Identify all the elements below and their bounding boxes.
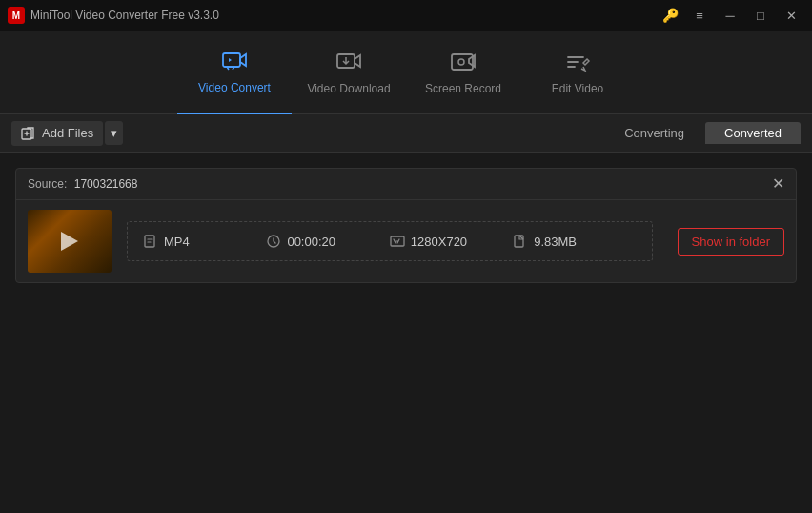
title-bar: M MiniTool Video Converter Free v3.3.0 🔑… <box>0 0 812 31</box>
duration-detail: 00:00:20 <box>266 234 389 249</box>
maximize-button[interactable]: □ <box>747 4 774 27</box>
tab-converted[interactable]: Converted <box>705 122 801 144</box>
video-thumbnail <box>28 210 112 273</box>
thumbnail-image <box>28 210 112 273</box>
nav-item-video-convert[interactable]: Video Convert <box>177 31 292 114</box>
nav-item-edit-video[interactable]: Edit Video <box>520 31 635 114</box>
app-title: MiniTool Video Converter Free v3.3.0 <box>30 9 219 22</box>
format-detail: MP4 <box>143 234 266 249</box>
play-icon <box>61 232 78 251</box>
svg-point-5 <box>458 59 464 65</box>
close-window-button[interactable]: ✕ <box>778 4 804 27</box>
filesize-value: 9.83MB <box>534 235 577 249</box>
nav-label-edit-video: Edit Video <box>552 82 604 95</box>
edit-video-icon <box>564 50 591 76</box>
video-convert-icon <box>221 49 248 75</box>
file-details: MP4 00:00:20 1280X720 <box>127 221 653 261</box>
nav-item-screen-record[interactable]: Screen Record <box>406 31 520 114</box>
nav-label-video-convert: Video Convert <box>198 81 271 94</box>
nav-label-video-download: Video Download <box>307 82 390 95</box>
filesize-icon <box>513 234 528 249</box>
content-area: Source: 1700321668 ✕ MP4 <box>0 153 812 513</box>
title-bar-controls: 🔑 ≡ ─ □ ✕ <box>662 4 804 27</box>
duration-icon <box>266 234 281 249</box>
tab-converting[interactable]: Converting <box>605 122 703 144</box>
duration-value: 00:00:20 <box>287 235 335 249</box>
add-files-dropdown-button[interactable]: ▾ <box>105 121 123 145</box>
app-logo-icon: M <box>8 7 25 24</box>
resolution-value: 1280X720 <box>411 235 467 249</box>
nav-bar: Video Convert Video Download Screen Reco… <box>0 31 812 114</box>
show-in-folder-button[interactable]: Show in folder <box>678 228 784 256</box>
title-bar-left: M MiniTool Video Converter Free v3.3.0 <box>8 7 219 24</box>
close-item-button[interactable]: ✕ <box>772 176 784 192</box>
toolbar: Add Files ▾ Converting Converted <box>0 114 812 153</box>
video-download-icon <box>335 50 362 76</box>
add-files-button[interactable]: Add Files <box>11 121 103 146</box>
item-body: MP4 00:00:20 1280X720 <box>16 200 796 282</box>
filesize-detail: 9.83MB <box>513 234 636 249</box>
format-icon <box>143 234 158 249</box>
add-files-icon <box>21 126 36 141</box>
key-icon: 🔑 <box>662 8 679 23</box>
resolution-detail: 1280X720 <box>390 234 513 249</box>
format-value: MP4 <box>164 235 190 249</box>
resolution-icon <box>390 234 405 249</box>
svg-text:M: M <box>12 10 20 21</box>
converted-item-card: Source: 1700321668 ✕ MP4 <box>15 168 797 283</box>
screen-record-icon <box>450 50 477 76</box>
source-value: 1700321668 <box>74 177 138 191</box>
item-header: Source: 1700321668 ✕ <box>16 169 796 200</box>
add-files-label: Add Files <box>42 126 93 140</box>
source-info: Source: 1700321668 <box>28 177 137 191</box>
nav-label-screen-record: Screen Record <box>425 82 501 95</box>
svg-rect-7 <box>145 236 154 247</box>
nav-item-video-download[interactable]: Video Download <box>292 31 406 114</box>
minimize-button[interactable]: ─ <box>717 4 743 27</box>
hamburger-button[interactable]: ≡ <box>686 4 713 27</box>
source-label-text: Source: <box>28 177 67 191</box>
tabs: Converting Converted <box>605 122 801 144</box>
